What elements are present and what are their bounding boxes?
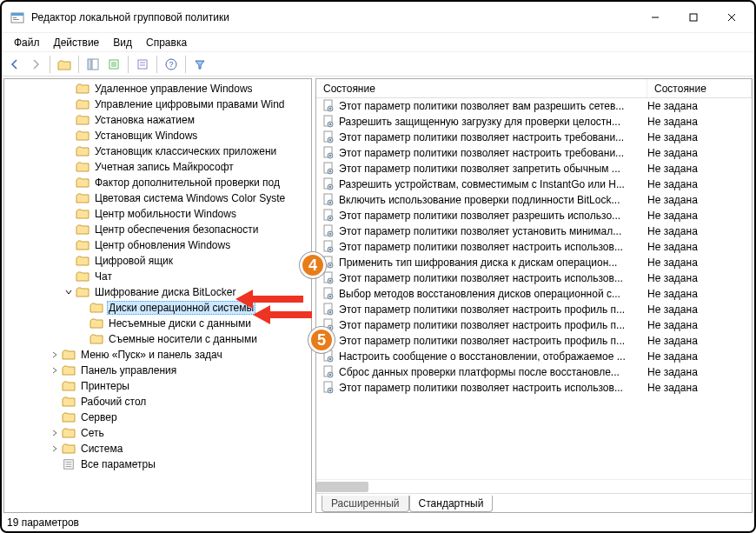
minimize-button[interactable] [636, 4, 674, 30]
list-item[interactable]: Этот параметр политики позволяет разреши… [316, 208, 752, 223]
toggle-spacer [77, 303, 88, 313]
svg-rect-14 [138, 60, 147, 69]
tree-item[interactable]: Чат [4, 269, 311, 284]
list-item[interactable]: Этот параметр политики позволяет настрои… [316, 333, 752, 349]
export-list-button[interactable] [104, 55, 123, 74]
list-item[interactable]: Этот параметр политики позволяет установ… [316, 223, 752, 239]
tree-item[interactable]: Меню «Пуск» и панель задач [4, 347, 311, 363]
tree-item[interactable]: Центр обеспечения безопасности [4, 222, 311, 237]
list-item[interactable]: Применить тип шифрования диска к дискам … [316, 255, 752, 270]
tree-item[interactable]: Рабочий стол [4, 394, 311, 410]
column-header-name[interactable]: Состояние [316, 79, 647, 97]
tree-item[interactable]: Съемные носители с данными [4, 331, 311, 347]
svg-marker-19 [196, 61, 204, 69]
tree-item[interactable]: Все параметры [4, 456, 311, 472]
list-item[interactable]: Настроить сообщение о восстановлении, от… [316, 349, 752, 364]
filter-button[interactable] [190, 55, 209, 74]
toggle-spacer [63, 162, 74, 172]
policy-state: Не задана [647, 366, 752, 378]
list-item[interactable]: Разрешить защищенную загрузку для провер… [316, 114, 752, 130]
tree-item[interactable]: Учетная запись Майкрософт [4, 159, 311, 175]
expand-icon[interactable] [50, 428, 60, 438]
tree-item[interactable]: Фактор дополнительной проверки под [4, 175, 311, 190]
svg-rect-53 [329, 249, 331, 250]
toggle-spacer [77, 318, 88, 329]
tree-item[interactable]: Сеть [4, 425, 311, 441]
tree-item[interactable]: Система [4, 441, 311, 456]
policy-state: Не задана [647, 288, 752, 300]
tree-item[interactable]: Панель управления [4, 363, 311, 378]
tree-item[interactable]: Управление цифровыми правами Wind [4, 97, 311, 112]
close-button[interactable] [713, 4, 751, 30]
list-item[interactable]: Этот параметр политики позволяет запрети… [316, 161, 752, 177]
policy-icon [322, 162, 335, 176]
svg-rect-26 [329, 108, 331, 110]
title-bar: Редактор локальной групповой политики [2, 2, 754, 33]
toggle-spacer [63, 240, 74, 250]
list-item[interactable]: Этот параметр политики позволяет настрои… [316, 270, 752, 286]
properties-button[interactable] [133, 55, 152, 74]
list-item[interactable]: Включить использование проверки подлинно… [316, 192, 752, 208]
menu-help[interactable]: Справка [139, 35, 194, 50]
tree-item[interactable]: Центр мобильности Windows [4, 206, 311, 222]
expand-icon[interactable] [50, 365, 60, 376]
menu-action[interactable]: Действие [47, 35, 107, 50]
tree-item-label: Несъемные диски с данными [107, 317, 253, 330]
svg-rect-38 [329, 170, 331, 172]
list-header[interactable]: Состояние Состояние [316, 79, 752, 98]
expand-icon[interactable] [50, 443, 60, 454]
list-item[interactable]: Выбор методов восстановления дисков опер… [316, 286, 752, 302]
tree-item[interactable]: Установщик Windows [4, 128, 311, 143]
expand-icon[interactable] [50, 350, 60, 360]
menu-view[interactable]: Вид [106, 35, 139, 50]
policy-icon [322, 365, 335, 379]
tab-standard[interactable]: Стандартный [409, 496, 494, 512]
up-button[interactable] [55, 55, 74, 74]
help-button[interactable]: ? [162, 55, 181, 74]
list-item[interactable]: Этот параметр политики позволяет настрои… [316, 302, 752, 317]
policy-name: Этот параметр политики позволяет настрои… [339, 303, 647, 316]
policy-icon [322, 287, 335, 301]
maximize-button[interactable] [674, 4, 713, 30]
list-item[interactable]: Этот параметр политики позволяет настрои… [316, 239, 752, 255]
policy-list[interactable]: Этот параметр политики позволяет вам раз… [316, 98, 752, 479]
horizontal-scrollbar[interactable] [316, 479, 752, 493]
policy-state: Не задана [647, 257, 752, 269]
svg-rect-5 [690, 14, 697, 21]
collapse-icon[interactable] [63, 287, 74, 297]
toolbar-separator [50, 56, 50, 73]
policy-tree[interactable]: Удаленное управление WindowsУправление ц… [4, 79, 311, 472]
tree-item[interactable]: Цифровой ящик [4, 253, 311, 269]
tree-item-label: Сеть [79, 427, 106, 439]
column-header-state[interactable]: Состояние [647, 79, 752, 97]
list-item[interactable]: Этот параметр политики позволяет настрои… [316, 317, 752, 333]
back-button[interactable] [5, 55, 24, 74]
tree-item[interactable]: Сервер [4, 410, 311, 425]
policy-name: Разрешить устройствам, совместимым с Ins… [339, 178, 647, 190]
tree-item[interactable]: Установка нажатием [4, 112, 311, 128]
policy-icon [322, 303, 335, 316]
window-title: Редактор локальной групповой политики [31, 11, 636, 23]
list-item[interactable]: Этот параметр политики позволяет настрои… [316, 130, 752, 145]
tree-item[interactable]: Центр обновления Windows [4, 237, 311, 253]
tree-item[interactable]: Удаленное управление Windows [4, 81, 311, 97]
annotation-badge-4: 4 [300, 252, 326, 278]
menu-file[interactable]: Файл [7, 35, 47, 50]
list-item[interactable]: Этот параметр политики позволяет вам раз… [316, 98, 752, 114]
tree-item[interactable]: Цветовая система Windows Color Syste [4, 190, 311, 206]
list-item[interactable]: Разрешить устройствам, совместимым с Ins… [316, 177, 752, 192]
show-hide-tree-button[interactable] [83, 55, 103, 74]
policy-name: Этот параметр политики позволяет настрои… [339, 147, 647, 159]
toggle-spacer [77, 334, 88, 344]
list-item[interactable]: Этот параметр политики позволяет настрои… [316, 380, 752, 396]
toggle-spacer [50, 381, 60, 391]
folder-icon [62, 427, 76, 439]
list-item[interactable]: Этот параметр политики позволяет настрои… [316, 145, 752, 161]
toggle-spacer [63, 271, 74, 282]
tree-item[interactable]: Принтеры [4, 378, 311, 394]
forward-button[interactable] [26, 55, 45, 74]
tree-item[interactable]: Установщик классических приложени [4, 143, 311, 159]
folder-icon [90, 333, 103, 345]
tab-extended[interactable]: Расширенный [322, 496, 409, 512]
list-item[interactable]: Сброс данных проверки платформы после во… [316, 364, 752, 380]
